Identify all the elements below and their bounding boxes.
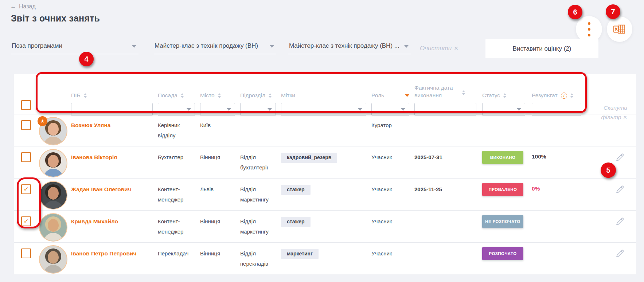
filters-bar: Поза програмами Майстер-клас з технік пр… bbox=[11, 42, 411, 54]
report-page: ←Назад Звіт з очних занять Поза програма… bbox=[0, 0, 644, 282]
course-filter-select[interactable]: Майстер-клас з технік продажу (ВН) bbox=[154, 42, 276, 54]
result-cell bbox=[532, 211, 586, 242]
status-cell: ВИКОНАНО bbox=[482, 146, 532, 178]
role-cell: Куратор bbox=[371, 114, 414, 146]
set-grade-button[interactable]: Виставити оцінку (2) bbox=[485, 39, 598, 58]
annotation-step-4: 4 bbox=[79, 52, 94, 66]
back-label: Назад bbox=[19, 3, 36, 9]
tag-badge: маркетинг bbox=[281, 249, 319, 259]
session-filter-select[interactable]: Майстер-клас з технік продажу (ВН) ... bbox=[288, 42, 411, 54]
row-checkbox[interactable] bbox=[21, 120, 31, 130]
select-all-checkbox[interactable] bbox=[21, 100, 31, 110]
program-filter-select[interactable]: Поза програмами bbox=[11, 42, 138, 54]
table-row: Кривда Михайло Контент-менеджер Вінниця … bbox=[14, 210, 636, 242]
role-cell: Учасник bbox=[371, 179, 414, 210]
tags-cell: маркетинг bbox=[281, 243, 371, 274]
export-excel-button[interactable] bbox=[607, 16, 632, 42]
date-cell bbox=[414, 114, 482, 146]
avatar bbox=[40, 182, 67, 209]
more-actions-button[interactable] bbox=[576, 16, 602, 42]
course-filter-value: Майстер-клас з технік продажу (ВН) bbox=[155, 42, 258, 49]
role-cell: Учасник bbox=[371, 243, 414, 274]
department-cell: Відділ перекладів bbox=[240, 243, 281, 274]
date-cell: 2025-07-31 bbox=[414, 146, 482, 178]
result-cell bbox=[532, 243, 586, 274]
chevron-down-icon bbox=[270, 45, 274, 48]
tag-badge: стажер bbox=[281, 185, 311, 195]
row-checkbox[interactable] bbox=[21, 248, 31, 258]
role-cell: Учасник bbox=[371, 211, 414, 242]
avatar: ★ bbox=[40, 118, 67, 145]
clear-filters-label: Очистити bbox=[420, 45, 452, 52]
position-cell: Керівник відділу bbox=[158, 114, 200, 146]
star-badge-icon: ★ bbox=[38, 116, 47, 126]
program-filter-value: Поза програмами bbox=[12, 42, 62, 49]
edit-pencil-icon[interactable] bbox=[615, 248, 625, 258]
edit-pencil-icon[interactable] bbox=[615, 152, 625, 162]
position-cell: Бухгалтер bbox=[158, 146, 200, 178]
annotation-filter-row-box bbox=[36, 72, 587, 113]
city-cell: Київ bbox=[200, 114, 240, 146]
actions-cell bbox=[586, 211, 636, 242]
user-name-link[interactable]: Іванова Вікторія bbox=[71, 152, 117, 161]
close-icon: ✕ bbox=[454, 45, 458, 51]
status-cell bbox=[482, 114, 532, 146]
result-cell: 0% bbox=[532, 179, 586, 210]
annotation-step-5: 5 bbox=[601, 162, 616, 178]
back-link[interactable]: ←Назад bbox=[10, 3, 36, 10]
department-cell: Відділ маркетингу bbox=[240, 211, 281, 242]
tag-badge: кадровий_резерв bbox=[281, 153, 337, 163]
city-cell: Вінниця bbox=[200, 146, 240, 178]
status-cell: ПРОВАЛЕНО bbox=[482, 179, 532, 210]
avatar bbox=[40, 246, 67, 273]
user-name-link[interactable]: Кривда Михайло bbox=[71, 216, 118, 226]
status-badge: НЕ РОЗПОЧАТО bbox=[482, 215, 523, 228]
status-cell: РОЗПОЧАТО bbox=[482, 243, 532, 274]
user-name-link[interactable]: Вознюк Уляна bbox=[71, 120, 110, 129]
user-name-link[interactable]: Жадан Іван Олегович bbox=[71, 184, 131, 193]
table-row: Жадан Іван Олегович Контент-менеджер Льв… bbox=[14, 178, 636, 210]
session-filter-value: Майстер-клас з технік продажу (ВН) ... bbox=[289, 42, 399, 49]
department-cell bbox=[240, 114, 281, 146]
date-cell: 2025-11-25 bbox=[414, 179, 482, 210]
status-badge: ВИКОНАНО bbox=[482, 151, 523, 164]
status-cell: НЕ РОЗПОЧАТО bbox=[482, 211, 532, 242]
tags-cell: кадровий_резерв bbox=[281, 146, 371, 178]
tags-cell: стажер bbox=[281, 179, 371, 210]
chevron-down-icon bbox=[404, 45, 409, 48]
tag-badge: стажер bbox=[281, 217, 311, 227]
kebab-menu-icon bbox=[588, 22, 590, 36]
role-cell: Учасник bbox=[371, 146, 414, 178]
page-title: Звіт з очних занять bbox=[11, 13, 100, 24]
edit-pencil-icon[interactable] bbox=[615, 184, 625, 194]
back-arrow-icon: ← bbox=[10, 3, 16, 10]
actions-cell bbox=[586, 114, 636, 146]
date-cell bbox=[414, 243, 482, 274]
annotation-step-7: 7 bbox=[606, 4, 620, 19]
status-badge: ПРОВАЛЕНО bbox=[482, 183, 523, 196]
result-cell bbox=[532, 114, 586, 146]
edit-pencil-icon[interactable] bbox=[615, 216, 625, 226]
user-name-link[interactable]: Іванов Петро Петрович bbox=[71, 248, 136, 258]
date-cell bbox=[414, 211, 482, 242]
clear-filters-link[interactable]: Очистити✕ bbox=[420, 45, 458, 52]
department-cell: Відділ бухгалтерії bbox=[240, 146, 281, 178]
annotation-step-6: 6 bbox=[568, 5, 582, 19]
chevron-down-icon bbox=[132, 45, 136, 48]
city-cell: Вінниця bbox=[200, 211, 240, 242]
position-cell: Контент-менеджер bbox=[158, 211, 200, 242]
annotation-checkboxes-box bbox=[17, 177, 41, 228]
status-badge: РОЗПОЧАТО bbox=[482, 247, 523, 260]
position-cell: Перекладач bbox=[158, 243, 200, 274]
tags-cell: стажер bbox=[281, 211, 371, 242]
position-cell: Контент-менеджер bbox=[158, 179, 200, 210]
avatar bbox=[40, 214, 67, 241]
city-cell: Вінниця bbox=[200, 243, 240, 274]
city-cell: Львів bbox=[200, 179, 240, 210]
row-checkbox[interactable] bbox=[21, 152, 31, 162]
table-row: Іванова Вікторія Бухгалтер Вінниця Відді… bbox=[14, 146, 636, 178]
avatar bbox=[40, 150, 67, 177]
result-cell: 100% bbox=[532, 146, 586, 178]
table-row: Іванов Петро Петрович Перекладач Вінниця… bbox=[14, 242, 636, 274]
tags-cell bbox=[281, 114, 371, 146]
